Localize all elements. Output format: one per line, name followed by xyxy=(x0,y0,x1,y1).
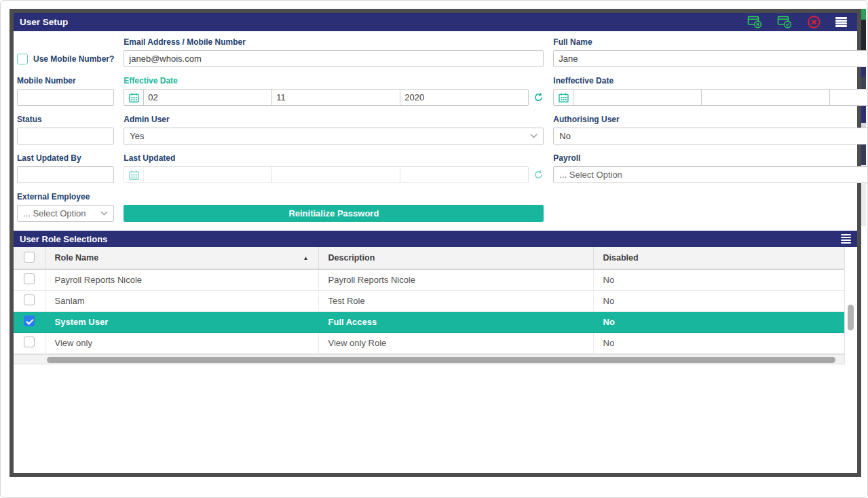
roles-table: Role Name ▲ Description Disabled Payroll… xyxy=(14,247,845,364)
authorising-user-label: Authorising User xyxy=(553,115,868,124)
mobile-number-input[interactable] xyxy=(17,89,114,106)
admin-user-select[interactable]: Yes xyxy=(124,128,544,145)
field-status: Status xyxy=(17,115,114,145)
refresh-icon[interactable] xyxy=(533,92,544,102)
calendar-icon[interactable] xyxy=(554,90,573,105)
vertical-scrollbar-thumb[interactable] xyxy=(848,305,854,330)
disabled-cell: No xyxy=(593,290,844,311)
select-value: Yes xyxy=(130,131,144,141)
last-updated-day-input xyxy=(144,167,272,183)
field-authorising-user: Authorising User No xyxy=(553,115,868,145)
ineffective-day-input[interactable] xyxy=(573,90,702,105)
reinitialize-password-button[interactable]: Reinitialize Password xyxy=(124,205,544,222)
column-header-role-name[interactable]: Role Name ▲ xyxy=(45,247,318,269)
last-updated-by-label: Last Updated By xyxy=(17,153,114,163)
select-value: ... Select Option xyxy=(559,170,622,180)
status-label: Status xyxy=(17,115,114,124)
use-mobile-label: Use Mobile Number? xyxy=(33,54,114,64)
authorising-user-select[interactable]: No xyxy=(553,128,868,145)
field-use-mobile: Use Mobile Number? xyxy=(17,37,114,67)
full-name-label: Full Name xyxy=(553,37,868,47)
chevron-down-icon xyxy=(100,211,108,216)
status-input[interactable] xyxy=(17,128,114,145)
email-label: Email Address / Mobile Number xyxy=(124,37,544,47)
description-cell: Payroll Reports Nicole xyxy=(318,269,593,290)
table-row[interactable]: Sanlam Test Role No xyxy=(14,290,844,311)
ineffective-year-input[interactable] xyxy=(830,90,868,105)
column-header-disabled[interactable]: Disabled xyxy=(593,247,844,269)
role-name-cell: View only xyxy=(45,332,318,353)
screen-confirm-icon[interactable] xyxy=(777,16,793,28)
field-external-employee: External Employee ... Select Option xyxy=(17,192,114,222)
horizontal-scrollbar-thumb[interactable] xyxy=(47,357,835,363)
role-name-cell: Sanlam xyxy=(45,290,318,311)
field-last-updated: Last Updated xyxy=(124,153,544,183)
close-icon[interactable] xyxy=(807,15,821,29)
effective-date-label: Effective Date xyxy=(124,76,544,85)
select-value: ... Select Option xyxy=(23,208,86,218)
table-row[interactable]: Payroll Reports Nicole Payroll Reports N… xyxy=(14,269,844,290)
user-role-selections-header: User Role Selections xyxy=(14,231,857,247)
table-row-selected[interactable]: System User Full Access No xyxy=(14,311,844,332)
user-setup-modal: User Setup xyxy=(10,9,861,477)
horizontal-scrollbar[interactable] xyxy=(14,354,844,364)
field-email: Email Address / Mobile Number xyxy=(124,37,544,67)
description-cell: Test Role xyxy=(318,290,593,311)
email-input[interactable] xyxy=(124,50,544,67)
field-payroll: Payroll ... Select Option xyxy=(553,153,868,183)
role-name-cell: System User xyxy=(45,311,318,332)
last-updated-label: Last Updated xyxy=(124,153,544,163)
row-checkbox[interactable] xyxy=(24,315,35,326)
table-row[interactable]: View only View only Role No xyxy=(14,332,844,353)
select-all-checkbox[interactable] xyxy=(24,252,35,263)
role-name-cell: Payroll Reports Nicole xyxy=(45,269,318,290)
menu-icon[interactable] xyxy=(835,17,847,27)
column-label: Disabled xyxy=(603,253,639,263)
column-label: Role Name xyxy=(55,253,99,263)
calendar-icon xyxy=(124,167,144,183)
page-title: User Setup xyxy=(20,17,68,27)
modal-titlebar: User Setup xyxy=(14,13,857,31)
effective-year-input[interactable] xyxy=(400,90,528,105)
select-value: No xyxy=(559,131,571,141)
use-mobile-checkbox[interactable] xyxy=(17,54,28,64)
mobile-number-label: Mobile Number xyxy=(17,76,114,85)
row-checkbox[interactable] xyxy=(24,273,35,284)
user-setup-form: Use Mobile Number? Email Address / Mobil… xyxy=(14,31,857,222)
column-header-description[interactable]: Description xyxy=(318,247,593,269)
payroll-select[interactable]: ... Select Option xyxy=(553,166,868,183)
field-admin-user: Admin User Yes xyxy=(124,115,544,145)
column-label: Description xyxy=(328,253,375,263)
payroll-label: Payroll xyxy=(553,153,868,163)
row-checkbox[interactable] xyxy=(24,294,35,305)
last-updated-by-input[interactable] xyxy=(17,166,114,183)
field-effective-date: Effective Date xyxy=(124,76,544,106)
description-cell: Full Access xyxy=(318,311,593,332)
last-updated-year-input xyxy=(400,167,528,183)
external-employee-label: External Employee xyxy=(17,192,114,202)
field-mobile-number: Mobile Number xyxy=(17,76,114,106)
table-header-row: Role Name ▲ Description Disabled xyxy=(14,247,844,269)
external-employee-select[interactable]: ... Select Option xyxy=(17,205,114,222)
menu-icon[interactable] xyxy=(841,234,851,244)
description-cell: View only Role xyxy=(318,332,593,353)
disabled-cell: No xyxy=(593,311,844,332)
ineffective-month-input[interactable] xyxy=(702,90,830,105)
row-checkbox[interactable] xyxy=(24,337,35,347)
full-name-input[interactable] xyxy=(553,50,868,67)
disabled-cell: No xyxy=(593,332,844,353)
screen-cancel-icon[interactable] xyxy=(747,16,763,28)
effective-month-input[interactable] xyxy=(272,90,400,105)
field-last-updated-by: Last Updated By xyxy=(17,153,114,183)
last-updated-date-group xyxy=(124,166,529,183)
calendar-icon[interactable] xyxy=(124,90,144,105)
field-ineffective-date: Ineffective Date xyxy=(553,76,868,106)
effective-day-input[interactable] xyxy=(144,90,272,105)
browser-viewport: User Setup xyxy=(0,0,868,498)
last-updated-month-input xyxy=(272,167,400,183)
disabled-cell: No xyxy=(593,269,844,290)
refresh-icon xyxy=(533,170,544,180)
ineffective-date-group xyxy=(553,89,868,106)
empty-area xyxy=(14,364,857,474)
section-title: User Role Selections xyxy=(20,234,107,244)
